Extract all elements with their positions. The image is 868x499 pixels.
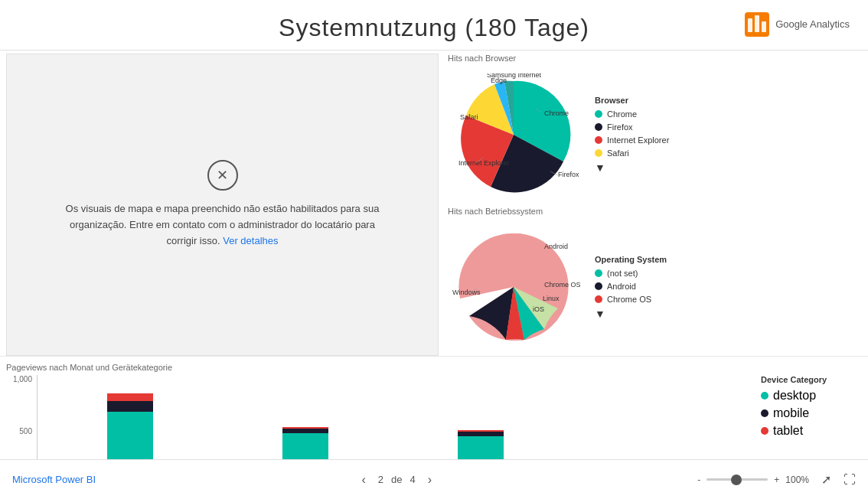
map-panel: Os visuais de mapa e mapa preenchido não…	[6, 54, 439, 356]
prev-page-button[interactable]: ‹	[357, 471, 370, 488]
footer-nav: ‹ 2 de 4 ›	[357, 471, 436, 488]
ga-logo: Google Analytics	[743, 11, 850, 38]
share-icon[interactable]: ➚	[821, 472, 831, 487]
svg-text:Android: Android	[544, 243, 568, 250]
footer-right: - + 100% ➚ ⛶	[697, 472, 856, 487]
y-label-1000: 1,000	[13, 375, 32, 383]
page-separator: de	[391, 474, 402, 485]
map-error-icon	[207, 160, 238, 191]
android-dot	[595, 282, 602, 290]
chrome-label: Chrome	[607, 109, 637, 119]
bar-tablet-dec	[107, 393, 153, 401]
mobile-dot	[761, 409, 768, 417]
zoom-slider[interactable]	[706, 478, 768, 481]
os-chart-row: Windows Android Chrome OS iOS Linux Oper…	[445, 219, 862, 357]
footer: Microsoft Power BI ‹ 2 de 4 › - + 100% ➚…	[0, 459, 868, 499]
legend-item-android: Android	[595, 282, 667, 291]
fullscreen-icon[interactable]: ⛶	[844, 473, 856, 487]
svg-rect-2	[755, 15, 759, 32]
svg-text:Internet Explorer: Internet Explorer	[458, 159, 510, 167]
os-chart-section: Hits nach Betriebssystem	[445, 207, 862, 357]
bar-legend-desktop: desktop	[761, 389, 862, 403]
bar-legend-tablet: tablet	[761, 424, 862, 438]
legend-item-chrome: Chrome	[595, 109, 669, 119]
ga-logo-icon	[743, 11, 771, 38]
zoom-control: - + 100%	[697, 475, 809, 485]
desktop-dot	[761, 392, 768, 400]
header-divider	[0, 50, 868, 51]
desktop-label: desktop	[773, 389, 816, 403]
map-error-link[interactable]: Ver detalhes	[223, 235, 278, 246]
browser-legend: Browser Chrome Firefox Internet Explorer	[582, 96, 669, 174]
legend-item-ie: Internet Explorer	[595, 135, 669, 145]
bar-mobile-dec	[107, 401, 153, 412]
ie-dot	[595, 136, 602, 144]
bar-legend-mobile: mobile	[761, 406, 862, 420]
tablet-dot	[761, 427, 768, 435]
svg-text:Chrome OS: Chrome OS	[544, 281, 581, 289]
svg-text:iOS: iOS	[533, 305, 544, 313]
browser-chart-section: Hits nach Browser	[445, 54, 862, 204]
svg-rect-1	[748, 18, 752, 32]
svg-text:Linux: Linux	[543, 295, 560, 302]
chrome-dot	[595, 110, 602, 118]
svg-text:Chrome: Chrome	[544, 109, 569, 117]
bar-chart-title: Pageviews nach Monat und Gerätekategorie	[6, 363, 862, 372]
legend-item-chromeos: Chrome OS	[595, 295, 667, 304]
mobile-label: mobile	[773, 406, 809, 420]
legend-item-safari: Safari	[595, 148, 669, 158]
os-legend-more[interactable]: ▼	[595, 308, 667, 320]
firefox-label: Firefox	[607, 122, 633, 132]
safari-label: Safari	[607, 148, 629, 158]
browser-legend-more[interactable]: ▼	[595, 161, 669, 174]
ie-label: Internet Explorer	[607, 135, 669, 145]
svg-text:Samsung Internet: Samsung Internet	[487, 73, 542, 79]
y-label-500: 500	[19, 427, 32, 435]
page-title: Systemnutzung (180 Tage)	[0, 14, 868, 42]
os-chart-title: Hits nach Betriebssystem	[445, 207, 862, 216]
next-page-button[interactable]: ›	[423, 471, 436, 488]
svg-text:Firefox: Firefox	[558, 171, 579, 178]
browser-chart-title: Hits nach Browser	[445, 54, 862, 63]
legend-item-firefox: Firefox	[595, 122, 669, 132]
charts-panel: Hits nach Browser	[445, 54, 862, 356]
ga-logo-text: Google Analytics	[775, 18, 850, 31]
svg-text:Safari: Safari	[460, 113, 478, 121]
page-header: Systemnutzung (180 Tage) Google Analytic…	[0, 0, 868, 50]
zoom-plus[interactable]: +	[774, 475, 779, 485]
chromeos-dot	[595, 295, 602, 303]
browser-chart-row: Chrome Firefox Internet Explorer Safari …	[445, 66, 862, 204]
legend-item-notset: (not set)	[595, 269, 667, 278]
main-content: Os visuais de mapa e mapa preenchido não…	[0, 54, 868, 356]
android-label: Android	[607, 282, 636, 291]
zoom-value: 100%	[785, 475, 809, 485]
map-error-text: Os visuais de mapa e mapa preenchido não…	[62, 201, 383, 249]
chromeos-label: Chrome OS	[607, 295, 651, 304]
page-current: 2	[378, 474, 383, 485]
os-legend: Operating System (not set) Android Chrom…	[582, 255, 667, 320]
notset-dot	[595, 269, 602, 277]
firefox-dot	[595, 123, 602, 131]
svg-rect-3	[762, 21, 766, 32]
zoom-minus[interactable]: -	[697, 475, 700, 485]
powerbi-link[interactable]: Microsoft Power BI	[12, 474, 96, 485]
safari-dot	[595, 149, 602, 157]
svg-text:Windows: Windows	[452, 289, 481, 296]
browser-pie-chart: Chrome Firefox Internet Explorer Safari …	[445, 73, 582, 196]
os-pie-chart: Windows Android Chrome OS iOS Linux	[445, 226, 582, 348]
page-total: 4	[410, 474, 415, 485]
tablet-label: tablet	[773, 424, 803, 438]
notset-label: (not set)	[607, 269, 638, 278]
